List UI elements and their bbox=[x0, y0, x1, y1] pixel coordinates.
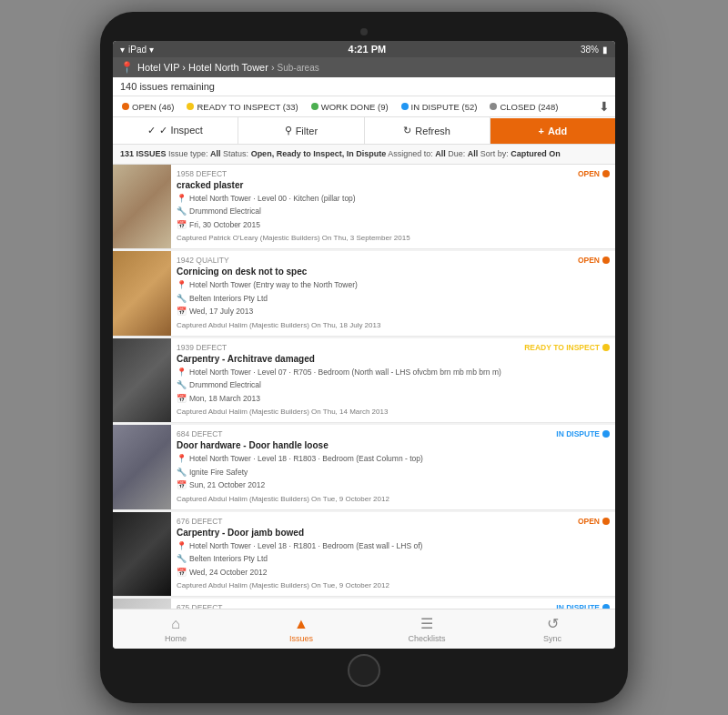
nav-item-sync[interactable]: ↺ Sync bbox=[490, 613, 615, 645]
issue-title-1942: Cornicing on desk not to spec bbox=[177, 267, 537, 277]
add-button[interactable]: + Add bbox=[490, 118, 615, 144]
issue-content-1939: 1939 DEFECT Carpentry - Architrave damag… bbox=[171, 338, 519, 423]
filter-tab-work-done[interactable]: WORK DONE (9) bbox=[308, 100, 392, 114]
issue-status-676: OPEN bbox=[542, 512, 615, 597]
assignee-icon-676: 🔧 bbox=[177, 553, 187, 566]
location-icon-1958: 📍 bbox=[177, 193, 187, 206]
nav-item-checklists[interactable]: ☰ Checklists bbox=[364, 613, 490, 645]
filter-button[interactable]: ⚲ Filter bbox=[238, 117, 364, 144]
download-icon[interactable]: ⬇ bbox=[599, 99, 610, 114]
assignee-1942: Belten Interiors Pty Ltd bbox=[189, 293, 268, 305]
issue-id-type-676: 676 DEFECT bbox=[177, 517, 537, 526]
filter-tab-dispute[interactable]: IN DISPUTE (52) bbox=[398, 100, 481, 114]
status-dot-676 bbox=[602, 518, 610, 525]
location-1939: Hotel North Tower · Level 07 · R705 · Be… bbox=[189, 367, 501, 378]
status-left-text: iPad ▾ bbox=[128, 45, 154, 55]
filter-label-ready: READY TO INSPECT (33) bbox=[197, 102, 298, 112]
nav-bar: 📍 Hotel VIP › Hotel North Tower › Sub-ar… bbox=[113, 57, 615, 77]
filter-label-work-done: WORK DONE (9) bbox=[321, 102, 389, 112]
status-left: ▾ iPad ▾ bbox=[120, 45, 154, 55]
issue-content-675: 675 DEFECT Plaster - Hole in plaster 📍Ho… bbox=[171, 599, 542, 609]
location-icon-1939: 📍 bbox=[177, 367, 187, 379]
captured-684: Captured Abdul Halim (Majestic Builders)… bbox=[177, 494, 537, 505]
issue-id-type-1958: 1958 DEFECT bbox=[177, 169, 537, 178]
issue-id-type-1942: 1942 QUALITY bbox=[177, 256, 537, 265]
status-bar: ▾ iPad ▾ 4:21 PM 38% ▮ bbox=[113, 41, 615, 57]
date-icon-684: 📅 bbox=[177, 479, 187, 492]
tablet-camera bbox=[360, 28, 368, 35]
assignee-icon-1942: 🔧 bbox=[177, 293, 187, 306]
issue-detail-684: 📍Hotel North Tower · Level 18 · R1803 · … bbox=[177, 453, 537, 505]
captured-1942: Captured Abdul Halim (Majestic Builders)… bbox=[177, 320, 537, 331]
issue-title-684: Door hardware - Door handle loose bbox=[177, 440, 537, 450]
issue-thumb-684 bbox=[113, 425, 171, 509]
filter-tab-closed[interactable]: CLOSED (248) bbox=[486, 100, 561, 114]
add-label: Add bbox=[548, 126, 567, 136]
issue-item-1939[interactable]: 1939 DEFECT Carpentry - Architrave damag… bbox=[113, 338, 615, 424]
home-label: Home bbox=[165, 634, 187, 643]
issue-thumb-1939 bbox=[113, 338, 171, 423]
issue-content-1958: 1958 DEFECT cracked plaster 📍Hotel North… bbox=[171, 165, 542, 249]
refresh-label: Refresh bbox=[415, 126, 450, 136]
issue-item-676[interactable]: 676 DEFECT Carpentry - Door jamb bowed 📍… bbox=[113, 512, 615, 598]
issue-detail-1939: 📍Hotel North Tower · Level 07 · R705 · B… bbox=[177, 367, 513, 418]
nav-item-home[interactable]: ⌂ Home bbox=[113, 614, 238, 645]
filter-tab-open[interactable]: OPEN (46) bbox=[118, 100, 177, 114]
action-bar: ✓ ✓ Inspect ⚲ Filter ↻ Refresh + Add bbox=[113, 117, 615, 145]
date-1942: Wed, 17 July 2013 bbox=[189, 306, 253, 317]
date-1939: Mon, 18 March 2013 bbox=[189, 393, 260, 405]
issue-detail-676: 📍Hotel North Tower · Level 18 · R1801 · … bbox=[177, 540, 537, 592]
assignee-676: Belten Interiors Pty Ltd bbox=[189, 553, 268, 565]
status-right: 38% ▮ bbox=[581, 45, 608, 55]
breadcrumb-separator: › bbox=[271, 62, 275, 73]
list-count: 131 ISSUES bbox=[120, 149, 167, 158]
location-icon: 📍 bbox=[120, 61, 134, 74]
location-1942: Hotel North Tower (Entry way to the Nort… bbox=[189, 279, 358, 291]
date-684: Sun, 21 October 2012 bbox=[189, 479, 265, 491]
refresh-button[interactable]: ↻ Refresh bbox=[365, 117, 490, 144]
tablet-home-button[interactable] bbox=[348, 654, 380, 687]
issue-thumb-676 bbox=[113, 512, 171, 597]
inspect-button[interactable]: ✓ ✓ Inspect bbox=[113, 117, 238, 144]
dot-ready bbox=[187, 103, 194, 110]
issue-item-1942[interactable]: 1942 QUALITY Cornicing on desk not to sp… bbox=[113, 251, 615, 337]
filter-label-dispute: IN DISPUTE (52) bbox=[411, 102, 478, 112]
breadcrumb-sub: Sub-areas bbox=[278, 63, 319, 73]
issue-detail-1942: 📍Hotel North Tower (Entry way to the Nor… bbox=[177, 279, 537, 331]
bottom-nav: ⌂ Home ▲ Issues ☰ Checklists ↺ Sync bbox=[113, 609, 615, 649]
status-badge-1942: OPEN bbox=[578, 256, 610, 265]
home-icon: ⌂ bbox=[171, 616, 180, 632]
captured-1958: Captured Patrick O'Leary (Majestic Build… bbox=[177, 233, 537, 244]
captured-1939: Captured Abdul Halim (Majestic Builders)… bbox=[177, 407, 513, 418]
location-icon-684: 📍 bbox=[177, 453, 187, 466]
date-icon-1939: 📅 bbox=[177, 393, 187, 406]
issue-detail-1958: 📍Hotel North Tower · Level 00 · Kitchen … bbox=[177, 193, 537, 245]
issue-item-1958[interactable]: 1958 DEFECT cracked plaster 📍Hotel North… bbox=[113, 165, 615, 250]
add-icon: + bbox=[538, 126, 543, 136]
status-badge-1939: READY TO INSPECT bbox=[524, 343, 610, 352]
issue-item-684[interactable]: 684 DEFECT Door hardware - Door handle l… bbox=[113, 425, 615, 510]
issue-thumb-675 bbox=[113, 599, 171, 609]
wifi-icon: ▾ bbox=[120, 45, 125, 55]
issues-remaining-text: 140 issues remaining bbox=[120, 81, 215, 92]
issue-title-676: Carpentry - Door jamb bowed bbox=[177, 528, 537, 538]
issue-item-675[interactable]: 675 DEFECT Plaster - Hole in plaster 📍Ho… bbox=[113, 599, 615, 609]
issue-content-1942: 1942 QUALITY Cornicing on desk not to sp… bbox=[171, 251, 542, 336]
issue-status-1942: OPEN bbox=[542, 251, 615, 336]
status-time: 4:21 PM bbox=[349, 44, 387, 55]
issues-remaining-bar: 140 issues remaining bbox=[113, 77, 615, 96]
sync-label: Sync bbox=[543, 634, 561, 643]
issues-icon: ▲ bbox=[294, 616, 308, 632]
filter-tab-ready[interactable]: READY TO INSPECT (33) bbox=[183, 100, 301, 114]
tablet-device: ▾ iPad ▾ 4:21 PM 38% ▮ 📍 Hotel VIP › Hot… bbox=[100, 12, 628, 703]
location-icon-676: 📍 bbox=[177, 540, 187, 553]
dot-work-done bbox=[311, 103, 318, 110]
inspect-icon: ✓ bbox=[147, 125, 156, 136]
breadcrumb-text: Hotel VIP › Hotel North Tower bbox=[137, 62, 268, 73]
issue-content-684: 684 DEFECT Door hardware - Door handle l… bbox=[171, 425, 542, 509]
checklists-label: Checklists bbox=[408, 634, 445, 643]
date-676: Wed, 24 October 2012 bbox=[189, 567, 267, 579]
location-676: Hotel North Tower · Level 18 · R1801 · B… bbox=[189, 540, 422, 552]
list-filters: Issue type: All Status: Open, Ready to I… bbox=[168, 149, 561, 158]
nav-item-issues[interactable]: ▲ Issues bbox=[238, 614, 364, 645]
